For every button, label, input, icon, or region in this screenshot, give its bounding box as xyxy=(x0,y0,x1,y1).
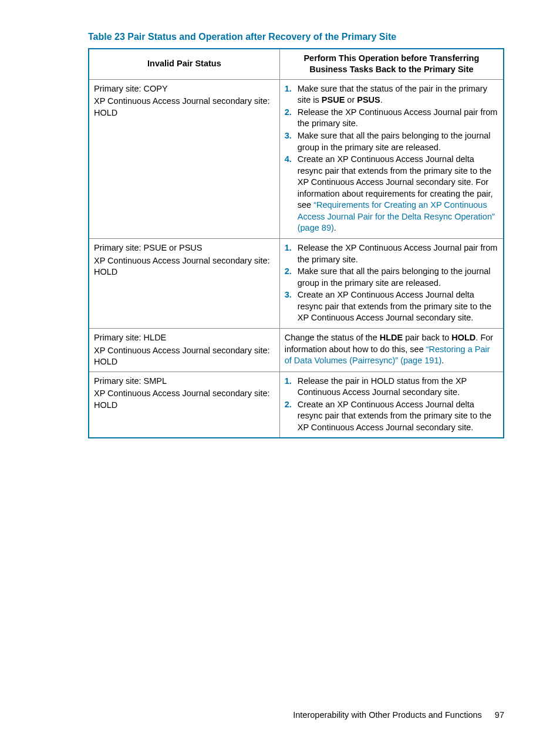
table-caption: Table 23 Pair Status and Operation after… xyxy=(88,31,504,43)
table-row: Primary site: PSUE or PSUS XP Continuous… xyxy=(89,239,504,329)
list-item: Create an XP Continuous Access Journal d… xyxy=(285,154,498,234)
table-row: Primary site: SMPL XP Continuous Access … xyxy=(89,372,504,438)
page-number: 97 xyxy=(495,710,504,720)
status-secondary: XP Continuous Access Journal secondary s… xyxy=(94,345,275,368)
list-item: Make sure that the status of the pair in… xyxy=(285,83,498,106)
operation-list: Release the XP Continuous Access Journal… xyxy=(285,242,498,324)
header-operation: Perform This Operation before Transferri… xyxy=(279,49,504,80)
xref-link[interactable]: “Requirements for Creating an XP Continu… xyxy=(298,200,495,232)
list-item: Release the XP Continuous Access Journal… xyxy=(285,242,498,265)
status-primary: Primary site: COPY xyxy=(94,83,275,95)
page-footer: Interoperability with Other Products and… xyxy=(293,710,504,721)
list-item: Create an XP Continuous Access Journal d… xyxy=(285,399,498,434)
table-row: Primary site: COPY XP Continuous Access … xyxy=(89,79,504,238)
list-item: Make sure that all the pairs belonging t… xyxy=(285,266,498,289)
status-primary: Primary site: HLDE xyxy=(94,332,275,344)
footer-text: Interoperability with Other Products and… xyxy=(293,710,482,720)
status-primary: Primary site: SMPL xyxy=(94,376,275,387)
pair-status-table: Invalid Pair Status Perform This Operati… xyxy=(88,48,504,439)
operation-list: Make sure that the status of the pair in… xyxy=(285,83,498,234)
status-secondary: XP Continuous Access Journal secondary s… xyxy=(94,388,275,411)
operation-para: Change the status of the HLDE pair back … xyxy=(279,328,504,372)
table-row: Primary site: HLDE XP Continuous Access … xyxy=(89,328,504,372)
status-secondary: XP Continuous Access Journal secondary s… xyxy=(94,255,275,278)
status-primary: Primary site: PSUE or PSUS xyxy=(94,242,275,254)
list-item: Release the pair in HOLD status from the… xyxy=(285,376,498,399)
header-invalid-status: Invalid Pair Status xyxy=(89,49,279,80)
list-item: Release the XP Continuous Access Journal… xyxy=(285,107,498,130)
status-secondary: XP Continuous Access Journal secondary s… xyxy=(94,96,275,119)
operation-list: Release the pair in HOLD status from the… xyxy=(285,376,498,434)
list-item: Create an XP Continuous Access Journal d… xyxy=(285,289,498,324)
list-item: Make sure that all the pairs belonging t… xyxy=(285,130,498,153)
